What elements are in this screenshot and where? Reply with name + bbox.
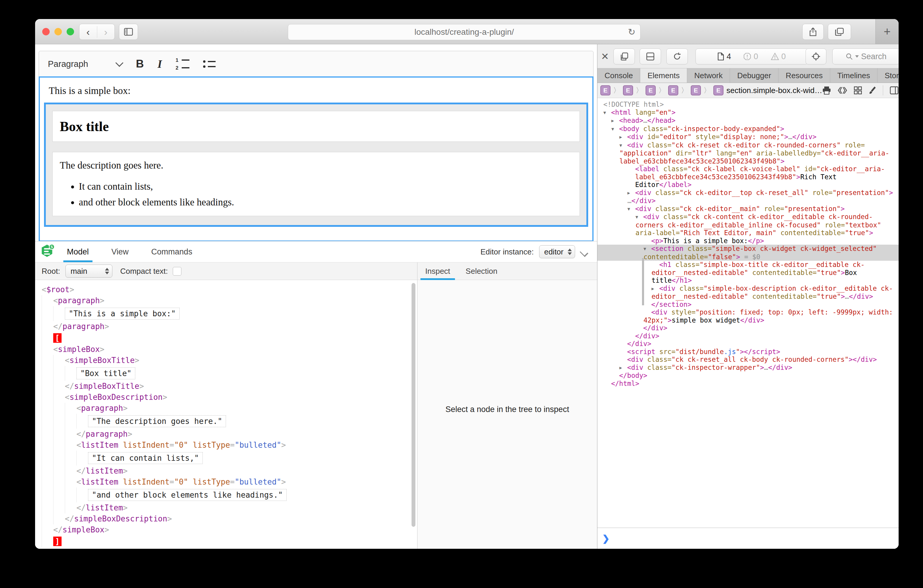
disclosure-expanded-icon[interactable]: ▼ bbox=[627, 205, 635, 213]
model-tree-line[interactable]: </paragraph> bbox=[42, 321, 417, 332]
model-tree-line[interactable]: </simpleBox> bbox=[42, 524, 417, 535]
disclosure-collapsed-icon[interactable]: ▶ bbox=[619, 364, 627, 372]
element-crumb[interactable]: E bbox=[600, 85, 611, 95]
layout-grid-icon[interactable] bbox=[854, 86, 862, 95]
dom-tree-line[interactable]: ▶<head>…</head> bbox=[598, 117, 898, 125]
model-tree-line[interactable]: <paragraph> bbox=[42, 295, 417, 306]
devtools-search[interactable]: Search bbox=[832, 48, 898, 64]
close-window-button[interactable] bbox=[42, 28, 50, 35]
tab-resources[interactable]: Resources bbox=[778, 68, 830, 83]
dom-tree-line[interactable]: </div> bbox=[598, 332, 898, 340]
print-styles-icon[interactable] bbox=[822, 86, 831, 95]
disclosure-collapsed-icon[interactable]: ▶ bbox=[619, 133, 627, 141]
model-tree-line[interactable]: </paragraph> bbox=[42, 429, 417, 440]
model-tree-line[interactable]: [ bbox=[42, 332, 417, 344]
compact-text-checkbox[interactable] bbox=[173, 267, 181, 276]
reload-page-button[interactable] bbox=[667, 48, 688, 64]
dom-tree-line[interactable]: <p>This is a simple box:</p> bbox=[598, 237, 898, 245]
current-node-crumb[interactable]: section.simple-box.ck-wid… bbox=[726, 86, 822, 95]
rich-text-editable[interactable]: This is a simple box: Box title The desc… bbox=[39, 76, 593, 242]
model-tree-line[interactable]: <$root> bbox=[42, 284, 417, 295]
tab-overview-button[interactable] bbox=[828, 24, 851, 40]
model-tree-line[interactable]: "This is a simple box:" bbox=[42, 306, 417, 321]
disclosure-expanded-icon[interactable]: ▼ bbox=[636, 213, 643, 221]
tab-storage[interactable]: Storage bbox=[877, 68, 898, 83]
dom-tree-line[interactable]: <!DOCTYPE html> bbox=[598, 100, 898, 108]
dom-tree-line[interactable]: …</div> bbox=[598, 197, 898, 205]
share-button[interactable] bbox=[802, 24, 824, 40]
model-tree-line[interactable]: </listItem> bbox=[42, 465, 417, 476]
model-tree-line[interactable]: </$root> bbox=[42, 547, 417, 549]
list-item[interactable]: It can contain lists, bbox=[79, 181, 572, 192]
tab-debugger[interactable]: Debugger bbox=[730, 68, 778, 83]
disclosure-collapsed-icon[interactable]: ▶ bbox=[627, 189, 635, 197]
forward-button[interactable]: › bbox=[97, 26, 115, 38]
zoom-window-button[interactable] bbox=[67, 28, 74, 35]
dom-tree-line[interactable]: </body> bbox=[598, 371, 898, 379]
model-tree-line[interactable]: <paragraph> bbox=[42, 403, 417, 414]
close-devtools-button[interactable]: ✕ bbox=[601, 51, 609, 62]
dock-bottom-button[interactable] bbox=[640, 48, 661, 64]
model-tree-line[interactable]: <listItem listIndent="0" listType="bulle… bbox=[42, 476, 417, 488]
element-crumb[interactable]: E bbox=[668, 85, 678, 95]
minimize-window-button[interactable] bbox=[54, 28, 62, 35]
simple-box-widget[interactable]: Box title The description goes here. It … bbox=[44, 103, 588, 227]
sidebar-button[interactable] bbox=[119, 24, 138, 40]
dom-tree-line[interactable]: "application" dir="ltr" lang="en" aria-l… bbox=[598, 149, 898, 157]
list-item[interactable]: and other block elements like headings. bbox=[79, 197, 572, 208]
tab-inspect[interactable]: Inspect bbox=[421, 263, 454, 280]
tab-model[interactable]: Model bbox=[63, 241, 92, 262]
editor-paragraph[interactable]: This is a simple box: bbox=[49, 85, 592, 96]
dom-tree-line[interactable]: ▼<html lang="en"> bbox=[598, 108, 898, 117]
disclosure-collapsed-icon[interactable]: ▶ bbox=[611, 117, 619, 125]
dom-tree-line[interactable]: ▼<body class="ck-inspector-body-expanded… bbox=[598, 125, 898, 133]
bulleted-list-button[interactable] bbox=[203, 60, 215, 68]
details-sidebar-icon[interactable] bbox=[890, 86, 898, 95]
model-tree-line[interactable]: "The description goes here." bbox=[42, 414, 417, 429]
tab-timelines[interactable]: Timelines bbox=[830, 68, 877, 83]
model-tree-line[interactable]: ] bbox=[42, 535, 417, 547]
model-tree-line[interactable]: <simpleBox> bbox=[42, 344, 417, 355]
model-tree-line[interactable]: </simpleBoxTitle> bbox=[42, 381, 417, 392]
reload-icon[interactable]: ↻ bbox=[628, 27, 636, 37]
dom-tree-line[interactable]: ▶<div id="editor" style="display: none;"… bbox=[598, 133, 898, 141]
disclosure-expanded-icon[interactable]: ▼ bbox=[619, 141, 627, 149]
dom-tree-line[interactable]: <script src="dist/bundle.js"></script> bbox=[598, 348, 898, 356]
model-tree-line[interactable]: "It can contain lists," bbox=[42, 451, 417, 465]
dom-tree-line[interactable]: <div style="position: fixed; top: 0px; l… bbox=[598, 308, 898, 316]
element-crumb[interactable]: E bbox=[713, 85, 723, 95]
tab-selection[interactable]: Selection bbox=[462, 263, 502, 280]
numbered-list-button[interactable]: 1 2 bbox=[176, 57, 189, 71]
element-crumb[interactable]: E bbox=[623, 85, 633, 95]
console-prompt-bar[interactable]: ❯ bbox=[598, 528, 898, 549]
disclosure-expanded-icon[interactable]: ▼ bbox=[644, 245, 651, 253]
dom-tree-line[interactable]: ▼<div class="ck ck-editor__main" role="p… bbox=[598, 205, 898, 213]
dom-tree-line[interactable]: Editor</label> bbox=[598, 181, 898, 189]
dom-tree-line[interactable]: </div> bbox=[598, 324, 898, 332]
model-tree-line[interactable]: </simpleBoxDescription> bbox=[42, 513, 417, 524]
dom-tree-line[interactable]: ▼<div class="ck ck-content ck-editor__ed… bbox=[598, 213, 898, 221]
dom-tree-line[interactable]: </html> bbox=[598, 379, 898, 388]
disclosure-expanded-icon[interactable]: ▼ bbox=[603, 109, 611, 117]
tab-console[interactable]: Console bbox=[598, 68, 640, 83]
back-button[interactable]: ‹ bbox=[79, 26, 97, 38]
new-tab-button[interactable]: + bbox=[875, 19, 898, 44]
model-tree-scrollbar[interactable] bbox=[412, 283, 416, 527]
dom-tree-line[interactable]: aria-label="Rich Text Editor, main" cont… bbox=[598, 229, 898, 237]
model-tree-line[interactable]: "Box title" bbox=[42, 366, 417, 381]
model-tree-line[interactable]: <simpleBoxTitle> bbox=[42, 355, 417, 366]
element-crumb[interactable]: E bbox=[645, 85, 656, 95]
disclosure-collapsed-icon[interactable]: ▶ bbox=[652, 285, 659, 293]
simple-box-description[interactable]: The description goes here. It can contai… bbox=[53, 152, 580, 216]
root-select[interactable]: main bbox=[66, 264, 112, 278]
source-code-icon[interactable] bbox=[838, 87, 847, 94]
model-tree-line[interactable]: </listItem> bbox=[42, 503, 417, 513]
appearance-brush-icon[interactable] bbox=[869, 86, 876, 95]
dom-tree-line[interactable]: label_e63cbbfece34c53ce23501062343f49b8"… bbox=[598, 157, 898, 165]
dom-tree-line[interactable]: ▶<div class="ck ck-editor__top ck-reset_… bbox=[598, 189, 898, 197]
simple-box-title[interactable]: Box title bbox=[53, 111, 580, 142]
dom-tree-line[interactable]: ▶<div class="ck-inspector-wrapper">…</di… bbox=[598, 363, 898, 372]
address-bar[interactable]: localhost/creating-a-plugin/ ↻ bbox=[288, 24, 641, 40]
element-crumb[interactable]: E bbox=[691, 85, 701, 95]
tab-commands[interactable]: Commands bbox=[148, 241, 196, 262]
